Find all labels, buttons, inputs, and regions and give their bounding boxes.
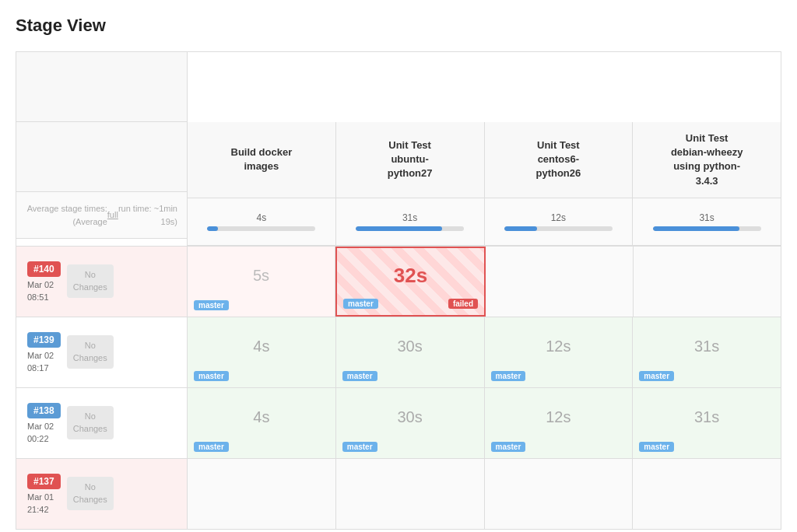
avg-cell-unit-test-ubuntu: 31s: [336, 198, 485, 245]
cell-time: [491, 467, 627, 510]
stage-cell: 30smaster: [336, 317, 485, 387]
cell-time: 30s: [342, 325, 478, 368]
stage-cell: 31smaster: [633, 317, 781, 387]
cell-time: 12s: [491, 396, 627, 439]
master-tag: master: [343, 299, 378, 309]
avg-time-unit-test-ubuntu: 31s: [402, 212, 417, 223]
stage-cell: [188, 459, 336, 529]
cell-time: [492, 254, 627, 298]
master-tag: master: [342, 442, 377, 452]
cell-time: 5s: [194, 254, 328, 297]
stage-cell: 12smaster: [485, 388, 634, 458]
cell-time: 31s: [639, 396, 774, 439]
master-tag: master: [639, 371, 674, 381]
build-date: Mar 02: [27, 422, 54, 431]
cell-time: 32s: [343, 256, 478, 296]
build-info-#140[interactable]: #140Mar 0208:51No Changes: [16, 247, 188, 317]
stage-view-table: Average stage times:(Average full run ti…: [16, 51, 781, 530]
left-col-header: [16, 122, 187, 192]
avg-label: Average stage times:(Average full run ti…: [16, 192, 187, 239]
table-row: #138Mar 0200:22No Changes4smaster30smast…: [16, 388, 781, 459]
master-tag: master: [491, 371, 526, 381]
cell-footer: master: [639, 442, 774, 452]
build-time: 00:22: [27, 434, 49, 443]
build-badge[interactable]: #137: [27, 474, 61, 489]
table-row: #137Mar 0121:42No Changes: [16, 459, 781, 529]
avg-time-unit-test-centos: 12s: [551, 212, 566, 223]
cell-footer: masterfailed: [343, 299, 478, 309]
avg-time-unit-test-debian: 31s: [699, 212, 714, 223]
cell-time: 12s: [491, 325, 627, 368]
stage-cell: [486, 247, 634, 317]
stage-cell: 32smasterfailed: [335, 247, 486, 317]
master-tag: master: [342, 371, 377, 381]
avg-cell-unit-test-debian: 31s: [633, 198, 781, 245]
stage-cell: 31smaster: [633, 388, 781, 458]
avg-cell-unit-test-centos: 12s: [485, 198, 634, 245]
stage-header-unit-test-centos: Unit Testcentos6-python26: [485, 122, 634, 198]
cell-footer: master: [342, 442, 478, 452]
cell-footer: master: [342, 371, 478, 381]
stage-cell: 4smaster: [188, 388, 336, 458]
left-header: [16, 52, 188, 122]
master-tag: master: [639, 442, 674, 452]
build-badge[interactable]: #140: [27, 261, 61, 277]
no-changes-tag: No Changes: [67, 335, 114, 369]
stage-cell: [336, 459, 485, 529]
cell-time: [640, 254, 774, 298]
stage-cell: [485, 459, 634, 529]
progress-bar-unit-test-debian: [653, 226, 761, 231]
columns-header: [188, 52, 781, 122]
build-info-#138[interactable]: #138Mar 0200:22No Changes: [16, 388, 188, 458]
stage-cell: [634, 247, 781, 317]
build-date: Mar 01: [27, 492, 54, 502]
build-date: Mar 02: [27, 351, 54, 360]
stage-header-build-docker: Build dockerimages: [188, 122, 336, 198]
progress-bar-unit-test-ubuntu: [356, 226, 464, 231]
stage-cell: [633, 459, 781, 529]
cell-footer: master: [491, 442, 627, 452]
stage-cell: 4smaster: [188, 317, 336, 387]
stage-cell: 5smaster: [188, 247, 335, 317]
no-changes-tag: No Changes: [67, 477, 114, 510]
build-info-#137[interactable]: #137Mar 0121:42No Changes: [16, 459, 188, 529]
master-tag: master: [194, 371, 229, 381]
build-time: 21:42: [27, 505, 49, 514]
master-tag: master: [491, 442, 526, 452]
cell-time: 4s: [194, 325, 329, 368]
build-badge[interactable]: #138: [27, 403, 61, 418]
build-date: Mar 02: [27, 280, 54, 289]
cell-footer: master: [194, 300, 328, 310]
cell-footer: master: [639, 371, 774, 381]
cell-footer: master: [491, 371, 627, 381]
table-row: #139Mar 0208:17No Changes4smaster30smast…: [16, 317, 781, 388]
avg-time-build-docker: 4s: [257, 212, 267, 223]
no-changes-tag: No Changes: [67, 264, 114, 298]
cell-footer: master: [194, 371, 329, 381]
progress-bar-unit-test-centos: [504, 226, 613, 231]
failed-tag: failed: [448, 299, 478, 309]
stage-cell: 30smaster: [336, 388, 485, 458]
cell-time: [194, 467, 329, 510]
master-tag: master: [194, 442, 229, 452]
avg-cell-build-docker: 4s: [188, 198, 336, 245]
cell-time: 30s: [342, 396, 478, 439]
stage-cell: 12smaster: [485, 317, 634, 387]
page-title: Stage View: [16, 16, 781, 36]
build-time: 08:51: [27, 292, 49, 302]
no-changes-tag: No Changes: [67, 406, 114, 439]
cell-time: [639, 467, 774, 510]
master-tag: master: [194, 300, 229, 310]
build-time: 08:17: [27, 363, 49, 373]
stage-header-unit-test-debian: Unit Testdebian-wheezyusing python-3.4.3: [633, 122, 781, 198]
progress-bar-build-docker: [207, 226, 315, 231]
cell-time: 31s: [639, 325, 774, 368]
cell-footer: master: [194, 442, 329, 452]
table-row: #140Mar 0208:51No Changes5smaster32smast…: [16, 247, 781, 317]
stage-header-unit-test-ubuntu: Unit Testubuntu-python27: [336, 122, 485, 198]
cell-time: [342, 467, 478, 510]
build-badge[interactable]: #139: [27, 332, 61, 348]
cell-time: 4s: [194, 396, 329, 439]
build-info-#139[interactable]: #139Mar 0208:17No Changes: [16, 317, 188, 387]
